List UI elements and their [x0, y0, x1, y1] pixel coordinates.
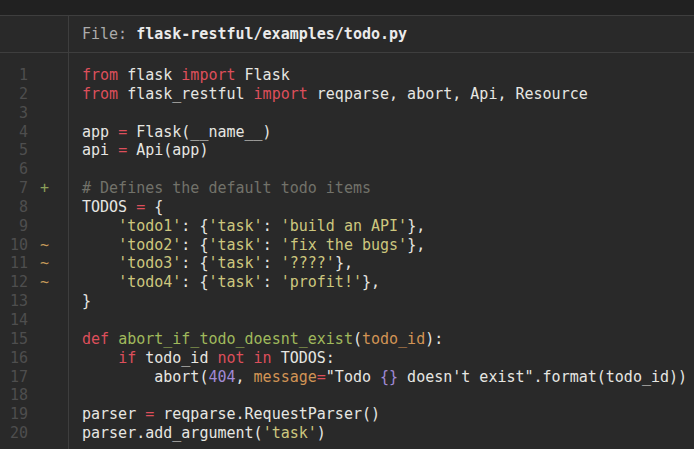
code-text: def abort_if_todo_doesnt_exist(todo_id):	[54, 330, 443, 349]
token-keyword: not	[217, 349, 244, 367]
token-string: 'fix the bugs'	[281, 236, 407, 254]
code-line: 13}	[0, 292, 694, 311]
token-func: abort_if_todo_doesnt_exist	[118, 330, 353, 348]
token-keyword: if	[118, 349, 136, 367]
token-plain	[109, 330, 118, 348]
code-line: 19parser = reqparse.RequestParser()	[0, 405, 694, 424]
file-path: flask-restful/examples/todo.py	[136, 25, 407, 43]
line-number: 12	[0, 273, 28, 292]
git-marker-empty	[28, 330, 54, 349]
token-plain: :	[263, 273, 281, 291]
file-viewer-panel: File: flask-restful/examples/todo.py 1fr…	[0, 15, 694, 449]
token-string: 'task'	[208, 273, 262, 291]
line-number: 10	[0, 236, 28, 255]
token-plain: reqparse.RequestParser()	[154, 405, 380, 423]
token-keyword: def	[82, 330, 109, 348]
git-marker-empty	[28, 141, 54, 160]
line-number: 20	[0, 424, 28, 443]
token-keyword: import	[181, 66, 235, 84]
token-plain: },	[407, 236, 425, 254]
token-plain: ,	[236, 368, 254, 386]
token-plain: parser.add_argument(	[82, 424, 263, 442]
token-plain: (	[353, 330, 362, 348]
token-plain: todo_id	[136, 349, 217, 367]
token-plain: api	[82, 141, 118, 159]
token-plain: : {	[181, 273, 208, 291]
code-line: 11~ 'todo3': {'task': '????'},	[0, 254, 694, 273]
token-plain	[82, 273, 118, 291]
token-comment: # Defines the default todo items	[82, 179, 371, 197]
token-plain: {	[145, 198, 163, 216]
token-string: 'todo2'	[118, 236, 181, 254]
line-number: 4	[0, 123, 28, 142]
code-text: 'todo3': {'task': '????'},	[54, 254, 353, 273]
git-marker-empty	[28, 386, 54, 405]
code-line: 7+# Defines the default todo items	[0, 179, 694, 198]
token-string: 'profit!'	[281, 273, 362, 291]
code-line: 15def abort_if_todo_doesnt_exist(todo_id…	[0, 330, 694, 349]
token-keyword: =	[118, 123, 127, 141]
token-plain: TODOS:	[272, 349, 335, 367]
token-plain: },	[407, 217, 425, 235]
line-number: 16	[0, 349, 28, 368]
token-plain: :	[263, 236, 281, 254]
token-plain: flask	[118, 66, 181, 84]
git-marker-empty	[28, 424, 54, 443]
line-number: 2	[0, 85, 28, 104]
code-line: 9 'todo1': {'task': 'build an API'},	[0, 217, 694, 236]
code-area: 1from flask import Flask2from flask_rest…	[0, 53, 694, 443]
token-keyword: =	[317, 368, 326, 386]
code-line: 17 abort(404, message="Todo {} doesn't e…	[0, 368, 694, 387]
terminal-screen: File: flask-restful/examples/todo.py 1fr…	[0, 0, 694, 449]
token-plain: "Todo	[326, 368, 380, 386]
file-header-label: File:	[82, 25, 127, 43]
git-marker-modified: ~	[28, 236, 54, 255]
token-plain: :	[263, 254, 281, 272]
token-plain	[82, 236, 118, 254]
token-plain: }	[82, 292, 91, 310]
token-plain: Api(app)	[127, 141, 208, 159]
token-keyword: from	[82, 85, 118, 103]
git-marker-empty	[28, 292, 54, 311]
git-marker-empty	[28, 349, 54, 368]
code-text: TODOS = {	[54, 198, 163, 217]
terminal-top-strip	[0, 0, 694, 15]
code-text: if todo_id not in TODOS:	[54, 349, 335, 368]
token-string: 'task'	[208, 254, 262, 272]
token-param: message	[254, 368, 317, 386]
token-plain: ):	[425, 330, 443, 348]
line-number: 3	[0, 104, 28, 123]
file-header: File: flask-restful/examples/todo.py	[0, 16, 694, 53]
code-line: 18	[0, 386, 694, 405]
git-marker-empty	[28, 217, 54, 236]
token-plain	[245, 349, 254, 367]
token-plain: flask_restful	[118, 85, 253, 103]
line-number: 11	[0, 254, 28, 273]
gutter-separator	[68, 16, 69, 449]
line-number: 5	[0, 141, 28, 160]
code-text: from flask_restful import reqparse, abor…	[54, 85, 588, 104]
token-plain: :	[263, 217, 281, 235]
token-keyword: =	[145, 405, 154, 423]
token-number: 404	[208, 368, 235, 386]
line-number: 8	[0, 198, 28, 217]
git-marker-modified: ~	[28, 254, 54, 273]
code-line: 4app = Flask(__name__)	[0, 123, 694, 142]
token-plain	[82, 254, 118, 272]
code-line: 10~ 'todo2': {'task': 'fix the bugs'},	[0, 236, 694, 255]
token-plain: TODOS	[82, 198, 136, 216]
git-marker-empty	[28, 123, 54, 142]
token-plain	[82, 349, 118, 367]
code-text: app = Flask(__name__)	[54, 123, 272, 142]
line-number: 6	[0, 160, 28, 179]
token-keyword: =	[136, 198, 145, 216]
token-plain: app	[82, 123, 118, 141]
line-number: 18	[0, 386, 28, 405]
code-text: 'todo1': {'task': 'build an API'},	[54, 217, 425, 236]
git-marker-modified: ~	[28, 273, 54, 292]
git-marker-empty	[28, 198, 54, 217]
code-text: # Defines the default todo items	[54, 179, 371, 198]
line-number: 14	[0, 311, 28, 330]
token-plain: },	[362, 273, 380, 291]
code-text: parser = reqparse.RequestParser()	[54, 405, 380, 424]
